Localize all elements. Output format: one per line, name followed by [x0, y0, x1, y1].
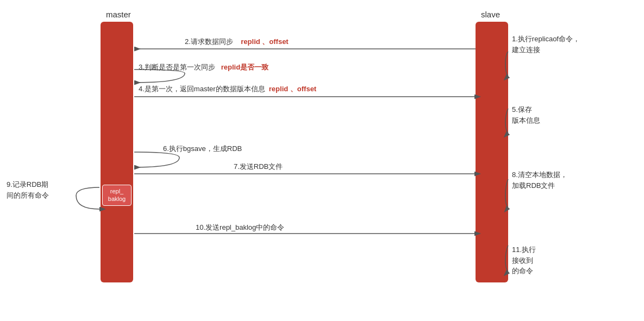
slave-bar — [476, 22, 508, 282]
master-label: master — [106, 10, 131, 19]
note9-text: 9.记录RDB期间的所有命令 — [7, 179, 49, 200]
note5-text: 5.保存版本信息 — [512, 104, 540, 125]
diagram: master slave repl_baklog — [0, 0, 644, 321]
note8-text: 8.清空本地数据，加载RDB文件 — [512, 169, 567, 191]
arrow3-label: 3.判断是否是第一次同步 replid是否一致 — [139, 62, 268, 72]
arrow7-label: 7.发送RDB文件 — [234, 162, 283, 172]
arrow2-label: 2.请求数据同步 replid 、offset — [185, 37, 289, 47]
master-bar: repl_baklog — [101, 22, 133, 282]
arrow10-label: 10.发送repl_baklog中的命令 — [196, 223, 284, 232]
arrow4-label: 4.是第一次，返回master的数据版本信息 replid 、offset — [139, 84, 316, 94]
note11-text: 11.执行接收到的命令 — [512, 244, 536, 276]
slave-label: slave — [481, 10, 500, 19]
note1-text: 1.执行replicaof命令，建立连接 — [512, 34, 580, 55]
arrow6-curve — [134, 152, 179, 167]
repl-baklog-box: repl_baklog — [102, 185, 132, 206]
arrow6-label: 6.执行bgsave，生成RDB — [163, 144, 242, 154]
note9-curve — [76, 187, 99, 209]
